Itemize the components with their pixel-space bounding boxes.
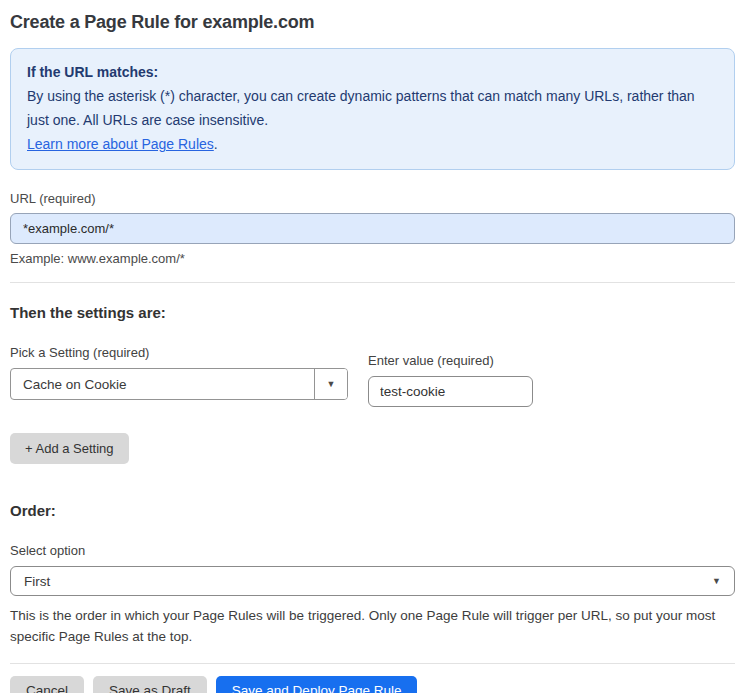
cancel-button[interactable]: Cancel: [10, 676, 84, 693]
settings-row: Pick a Setting (required) Cache on Cooki…: [10, 345, 735, 407]
divider: [10, 663, 735, 664]
save-and-deploy-button[interactable]: Save and Deploy Page Rule: [216, 676, 418, 693]
info-box-body: By using the asterisk (*) character, you…: [27, 84, 718, 132]
setting-value-column: Enter value (required): [368, 353, 533, 407]
url-match-info-box: If the URL matches: By using the asteris…: [10, 48, 735, 170]
link-suffix: .: [214, 136, 218, 152]
info-box-heading: If the URL matches:: [27, 60, 718, 84]
add-setting-button[interactable]: + Add a Setting: [10, 433, 129, 464]
setting-select-arrow-button[interactable]: ▼: [314, 369, 347, 399]
setting-value-input[interactable]: [368, 376, 533, 407]
setting-select-column: Pick a Setting (required) Cache on Cooki…: [10, 345, 348, 407]
order-select[interactable]: First ▼: [10, 566, 735, 596]
chevron-down-icon: ▼: [327, 379, 336, 389]
setting-select-label: Pick a Setting (required): [10, 345, 348, 360]
order-section-heading: Order:: [10, 502, 735, 519]
chevron-down-icon: ▼: [712, 576, 721, 586]
settings-section-heading: Then the settings are:: [10, 304, 735, 321]
info-box-link-line: Learn more about Page Rules.: [27, 132, 718, 156]
divider: [10, 282, 735, 283]
order-select-label: Select option: [10, 543, 735, 558]
order-help-text: This is the order in which your Page Rul…: [10, 605, 720, 647]
setting-select[interactable]: Cache on Cookie ▼: [10, 368, 348, 400]
page-title: Create a Page Rule for example.com: [10, 12, 735, 33]
setting-select-value: Cache on Cookie: [11, 369, 314, 399]
url-field-label: URL (required): [10, 191, 735, 206]
form-actions: Cancel Save as Draft Save and Deploy Pag…: [10, 676, 735, 693]
page-rule-form: Create a Page Rule for example.com If th…: [0, 0, 750, 693]
url-input[interactable]: [10, 213, 735, 244]
value-field-label: Enter value (required): [368, 353, 533, 368]
order-select-value: First: [24, 574, 50, 589]
url-example-helper: Example: www.example.com/*: [10, 251, 735, 266]
save-as-draft-button[interactable]: Save as Draft: [93, 676, 207, 693]
learn-more-link[interactable]: Learn more about Page Rules: [27, 136, 214, 152]
